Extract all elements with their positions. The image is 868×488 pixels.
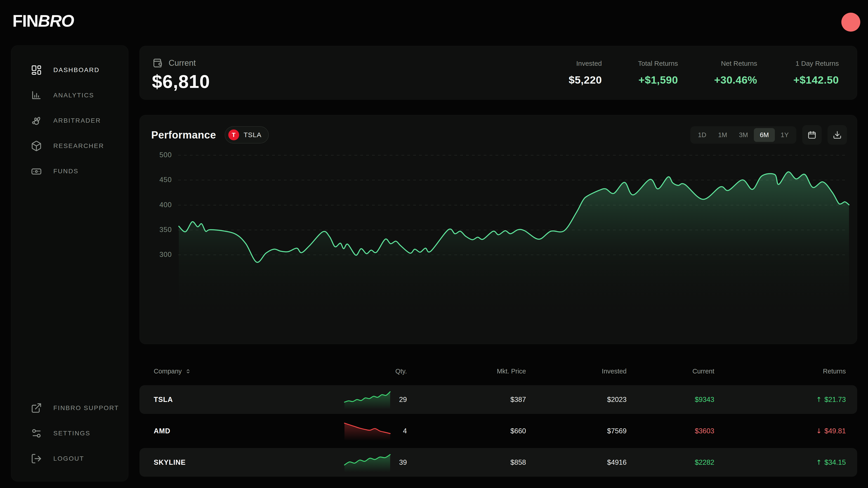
download-button[interactable] <box>828 125 847 144</box>
sidebar-item-label: FINBRO SUPPORT <box>53 404 119 412</box>
stat-total-returns: Total Returns +$1,590 <box>638 60 678 86</box>
sidebar: DASHBOARD ANALYTICS ARBITRADER RESEARCHE… <box>11 45 128 482</box>
range-1m[interactable]: 1M <box>712 128 733 142</box>
current-cell: $3603 <box>695 427 714 435</box>
download-icon <box>833 130 842 139</box>
current-value: $6,810 <box>152 71 210 92</box>
mkt-price-cell: $660 <box>510 427 526 435</box>
calendar-button[interactable] <box>802 125 822 144</box>
down-arrow-icon: ↓ <box>816 427 822 435</box>
sidebar-item-label: SETTINGS <box>53 430 90 437</box>
sidebar-item-logout[interactable]: LOGOUT <box>11 446 128 471</box>
qty-cell: 29 <box>399 396 407 404</box>
chart-toolbar: 1D 1M 3M 6M 1Y <box>690 125 847 144</box>
tesla-badge-icon: T <box>228 129 239 140</box>
range-selector: 1D 1M 3M 6M 1Y <box>690 126 796 144</box>
banknote-icon <box>31 166 42 177</box>
sidebar-item-dashboard[interactable]: DASHBOARD <box>11 57 128 83</box>
performance-card: Performance T TSLA 1D 1M 3M 6M 1Y 500450… <box>140 115 857 344</box>
finbro-logo: FINBRO <box>12 11 74 31</box>
range-1d[interactable]: 1D <box>692 128 712 142</box>
sparkline-chart <box>344 453 391 472</box>
stat-1day-returns: 1 Day Returns +$142.50 <box>794 60 839 86</box>
dashboard-icon <box>31 64 42 76</box>
sidebar-item-funds[interactable]: FUNDS <box>11 159 128 184</box>
performance-header: Performance T TSLA 1D 1M 3M 6M 1Y <box>151 125 847 144</box>
holdings-table: TSLA 29 $387 $2023 $9343 ↑ $21.73 AMD 4 … <box>140 385 857 480</box>
column-header-current[interactable]: Current <box>692 367 714 375</box>
qty-cell: 39 <box>399 458 407 466</box>
stat-value: +$1,590 <box>638 74 678 86</box>
summary-stats: Invested $5,220 Total Returns +$1,590 Ne… <box>569 46 839 99</box>
logo-fin: FIN <box>12 11 38 30</box>
sparkline-chart <box>344 421 391 441</box>
stat-label: Net Returns <box>714 60 757 67</box>
chart-area-fill <box>179 172 849 320</box>
sidebar-item-analytics[interactable]: ANALYTICS <box>11 83 128 108</box>
sidebar-item-arbitrader[interactable]: ARBITRADER <box>11 108 128 133</box>
cube-icon <box>31 140 42 152</box>
company-cell: TSLA <box>154 396 173 404</box>
company-cell: AMD <box>154 427 170 435</box>
sparkline-amd <box>344 421 391 441</box>
sidebar-nav: DASHBOARD ANALYTICS ARBITRADER RESEARCHE… <box>11 57 128 184</box>
y-tick-label: 500 <box>140 151 172 159</box>
current-label: Current <box>168 58 196 68</box>
up-arrow-icon: ↑ <box>816 458 822 466</box>
returns-value: $49.81 <box>825 427 846 435</box>
returns-cell: ↑ $34.15 <box>816 458 846 466</box>
returns-value: $34.15 <box>825 458 846 466</box>
table-row-amd[interactable]: AMD 4 $660 $7569 $3603 ↓ $49.81 <box>140 417 857 445</box>
returns-cell: ↑ $21.73 <box>816 396 846 404</box>
table-row-tsla[interactable]: TSLA 29 $387 $2023 $9343 ↑ $21.73 <box>140 385 857 414</box>
y-tick-label: 400 <box>140 201 172 209</box>
stat-value: +$142.50 <box>794 74 839 86</box>
column-header-qty[interactable]: Qty. <box>395 367 407 375</box>
returns-value: $21.73 <box>825 396 846 404</box>
sidebar-item-label: LOGOUT <box>53 455 84 462</box>
mkt-price-cell: $858 <box>510 458 526 466</box>
up-arrow-icon: ↑ <box>816 396 822 403</box>
invested-cell: $4916 <box>607 458 627 466</box>
column-header-company[interactable]: Company <box>154 367 191 375</box>
analytics-icon <box>31 90 42 101</box>
performance-line-chart[interactable] <box>178 151 850 328</box>
column-header-returns[interactable]: Returns <box>823 367 846 375</box>
sidebar-item-settings[interactable]: SETTINGS <box>11 421 128 446</box>
y-tick-label: 300 <box>140 251 172 259</box>
sidebar-item-finbro-support[interactable]: FINBRO SUPPORT <box>11 395 128 421</box>
range-1y[interactable]: 1Y <box>775 128 795 142</box>
stat-value: +30.46% <box>714 74 757 86</box>
range-3m[interactable]: 3M <box>733 128 754 142</box>
sidebar-item-researcher[interactable]: RESEARCHER <box>11 133 128 159</box>
table-row-skyline[interactable]: SKYLINE 39 $858 $4916 $2282 ↑ $34.15 <box>140 448 857 477</box>
stat-net-returns: Net Returns +30.46% <box>714 60 757 86</box>
ticker-symbol: TSLA <box>244 131 261 139</box>
performance-title: Performance <box>151 129 216 141</box>
mkt-price-cell: $387 <box>510 396 526 404</box>
settings-icon <box>31 428 42 439</box>
sort-icon <box>185 368 191 375</box>
sidebar-item-label: ARBITRADER <box>53 117 101 124</box>
sidebar-footer-nav: FINBRO SUPPORT SETTINGS LOGOUT <box>11 395 128 471</box>
range-6m[interactable]: 6M <box>754 128 775 142</box>
invested-cell: $2023 <box>607 396 627 404</box>
column-header-invested[interactable]: Invested <box>602 367 627 375</box>
company-cell: SKYLINE <box>154 458 186 466</box>
sidebar-item-label: RESEARCHER <box>53 142 104 150</box>
y-tick-label: 450 <box>140 176 172 184</box>
sidebar-item-label: DASHBOARD <box>53 66 99 74</box>
stat-label: Invested <box>569 60 602 67</box>
column-header-mkt-price[interactable]: Mkt. Price <box>497 367 526 375</box>
column-label: Company <box>154 367 182 375</box>
stat-value: $5,220 <box>569 74 602 86</box>
stat-label: Total Returns <box>638 60 678 67</box>
external-link-icon <box>31 402 42 414</box>
sidebar-item-label: FUNDS <box>53 168 79 175</box>
wallet-icon <box>152 58 163 68</box>
stat-invested: Invested $5,220 <box>569 60 602 86</box>
ticker-pill[interactable]: T TSLA <box>225 126 269 143</box>
user-avatar[interactable] <box>841 13 860 32</box>
stat-label: 1 Day Returns <box>794 60 839 67</box>
logout-icon <box>31 453 42 464</box>
